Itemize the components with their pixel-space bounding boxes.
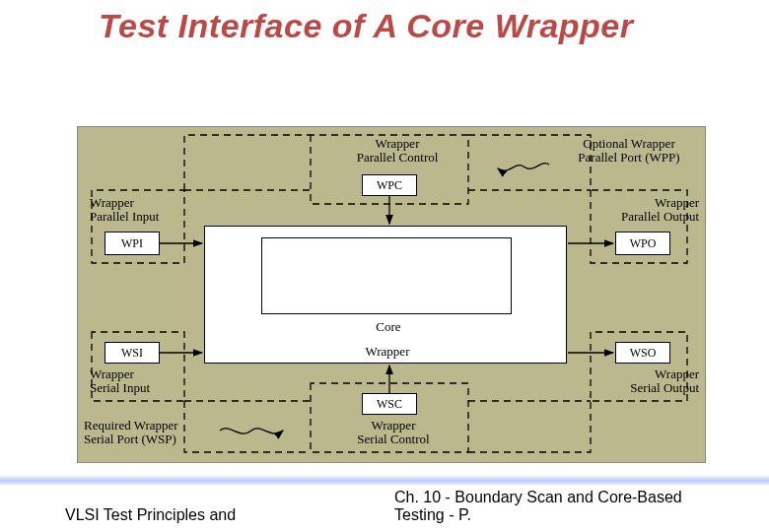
wso-box: WSO <box>615 342 670 364</box>
wrapper-label: Wrapper <box>358 345 417 359</box>
wpp-desc-l1: Optional Wrapper <box>583 136 674 151</box>
wpc-desc: Wrapper Parallel Control <box>338 137 456 166</box>
footer-right: Ch. 10 - Boundary Scan and Core-Based Te… <box>394 489 749 524</box>
wso-desc: Wrapper Serial Output <box>591 367 699 396</box>
wpp-desc: Optional Wrapper Parallel Port (WPP) <box>555 137 703 166</box>
wsi-desc-l1: Wrapper <box>90 366 134 381</box>
wsi-desc-l2: Serial Input <box>90 380 150 395</box>
wpi-box: WPI <box>105 232 160 255</box>
wsc-box: WSC <box>362 393 417 415</box>
wsc-desc-l1: Wrapper <box>372 418 416 432</box>
wpc-box: WPC <box>362 174 417 196</box>
footer-right-l1: Ch. 10 - Boundary Scan and Core-Based <box>394 489 682 505</box>
wsc-desc: Wrapper Serial Control <box>354 419 433 447</box>
wsi-desc: Wrapper Serial Input <box>90 367 178 396</box>
wso-text: WSO <box>630 346 657 361</box>
wsp-desc-l1: Required Wrapper <box>84 418 178 432</box>
wpo-desc-l2: Parallel Output <box>621 209 699 224</box>
wpi-text: WPI <box>121 236 143 251</box>
footer-gradient <box>0 475 769 485</box>
wsp-desc-l2: Serial Port (WSP) <box>84 432 176 446</box>
diagram-panel: Core Wrapper WPI WPC WPO WSI WSC WSO Wra… <box>77 126 706 463</box>
wpo-desc-l1: Wrapper <box>655 195 699 210</box>
wpo-desc: Wrapper Parallel Output <box>591 196 699 225</box>
wsi-text: WSI <box>121 346 143 361</box>
footer-right-l2: Testing - P. <box>394 506 471 523</box>
wpp-desc-l2: Parallel Port (WPP) <box>578 150 679 165</box>
wpo-box: WPO <box>615 232 670 255</box>
core-box <box>261 237 512 314</box>
wpi-desc-l1: Wrapper <box>90 195 134 210</box>
wso-desc-l2: Serial Output <box>630 380 699 395</box>
wsi-box: WSI <box>105 342 160 364</box>
wpi-desc-l2: Parallel Input <box>90 209 159 224</box>
wpc-desc-l1: Wrapper <box>376 136 420 151</box>
slide-title: Test Interface of A Core Wrapper <box>99 8 634 44</box>
wsc-text: WSC <box>377 397 402 412</box>
core-label: Core <box>364 320 413 334</box>
slide: Test Interface of A Core Wrapper Core Wr… <box>0 0 769 532</box>
wpo-text: WPO <box>630 236 657 251</box>
wpc-text: WPC <box>377 178 402 193</box>
wpi-desc: Wrapper Parallel Input <box>90 196 188 225</box>
footer-left: VLSI Test Principles and <box>65 506 236 524</box>
wso-desc-l1: Wrapper <box>655 366 699 381</box>
wpc-desc-l2: Parallel Control <box>357 150 439 165</box>
wsp-desc: Required Wrapper Serial Port (WSP) <box>84 419 212 447</box>
wsc-desc-l2: Serial Control <box>357 432 429 446</box>
